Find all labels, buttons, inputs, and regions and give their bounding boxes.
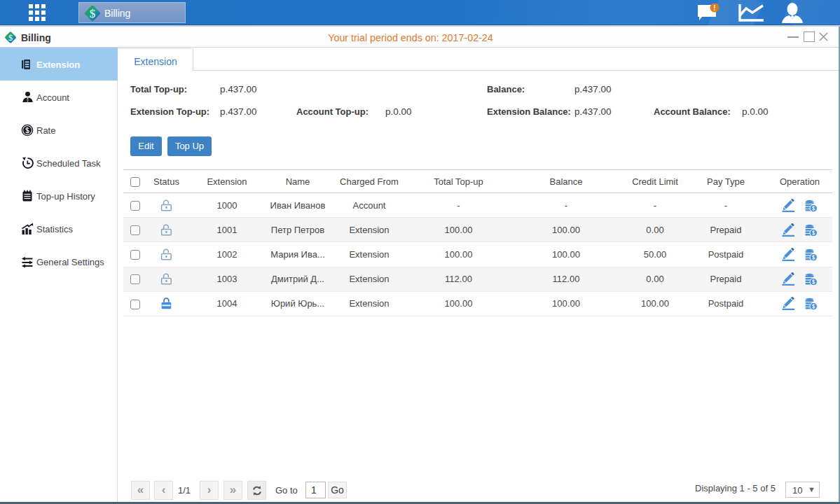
svg-text:!: ! <box>713 4 715 12</box>
svg-text:$: $ <box>90 7 96 20</box>
